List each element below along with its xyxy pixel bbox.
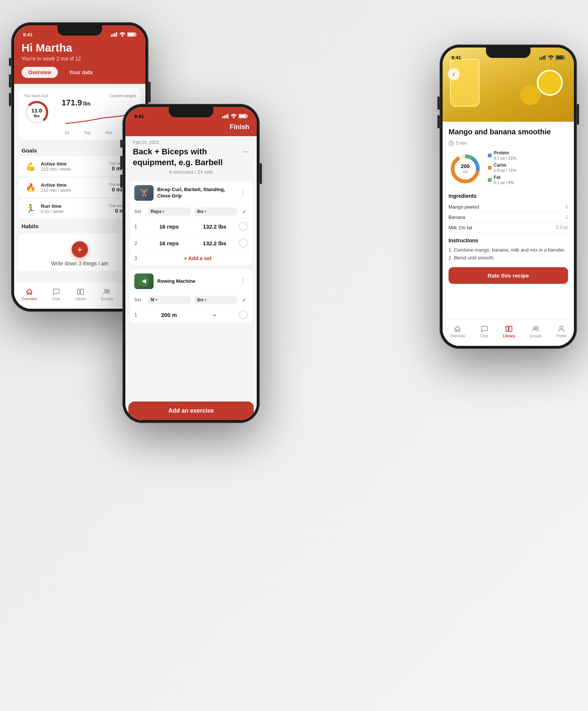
carbs-value: 1.8 oz / 71%: [494, 168, 516, 173]
fat-name: Fat: [494, 175, 500, 180]
svg-point-49: [560, 326, 563, 329]
nav-library[interactable]: Library: [75, 287, 86, 301]
set-circle-1-2[interactable]: [239, 239, 248, 248]
exercise-1: 🏋️ Bicep Curl, Barbell, Standing, Close …: [130, 181, 252, 265]
weight-dropdown-2[interactable]: lbs ▾: [194, 296, 237, 304]
svg-point-13: [105, 289, 107, 292]
nav-overview[interactable]: Overview: [22, 287, 37, 301]
nav-groups[interactable]: Groups: [101, 287, 113, 301]
silent-switch[interactable]: [9, 58, 11, 66]
nav-overview-3[interactable]: Overview: [450, 324, 465, 338]
tab-your-data[interactable]: Your data: [62, 67, 99, 78]
add-exercise-button[interactable]: Add an exercise: [128, 402, 254, 420]
set-weight-1-2: 132.2 lbs: [193, 240, 236, 246]
set-row-1-2: 2 16 reps 132.2 lbs: [130, 235, 252, 252]
phone2-screen: 9:41 Finish Feb 16, 2022 Back + Biceps w…: [125, 107, 257, 420]
set-num-2-1: 1: [134, 312, 145, 318]
menu-icon[interactable]: [239, 148, 249, 157]
exercise-more-btn-1[interactable]: ⋮: [238, 187, 248, 199]
rate-recipe-button[interactable]: Rate this recipe: [449, 267, 568, 284]
reps-dropdown-arrow: ▾: [162, 210, 164, 213]
nav-chat[interactable]: Chat: [52, 287, 60, 301]
goal-name-1: Active time: [41, 161, 105, 167]
month-jul: Jul: [65, 131, 69, 135]
reps-label: Reps: [151, 209, 161, 214]
nav-chat-3[interactable]: Chat: [480, 324, 489, 338]
finish-button[interactable]: Finish: [230, 123, 249, 131]
svg-rect-33: [545, 55, 546, 60]
weight-label: lbs: [197, 209, 203, 214]
greeting-text: Hi Martha: [22, 42, 138, 54]
reps-dropdown-arrow-2: ▾: [155, 298, 157, 302]
exercise-2: Rowing Machine ⋮ Set M ▾: [130, 269, 252, 323]
nav-profile-3[interactable]: Profile: [556, 324, 566, 338]
volume-up-button[interactable]: [9, 74, 11, 88]
set-circle-2-1[interactable]: [239, 310, 248, 319]
smoothie-glass: [450, 59, 480, 107]
macros-list: Protein 0.7 oz / 21% Carbs 1.8 oz / 71%: [488, 150, 568, 187]
svg-point-4: [122, 35, 123, 37]
nav-chat-label-3: Chat: [480, 334, 488, 338]
lost-unit: lbs: [34, 114, 40, 118]
carbs-dot: [488, 166, 492, 170]
svg-rect-2: [114, 33, 115, 37]
set-weight-1-1: 132.2 lbs: [193, 223, 236, 230]
power-button[interactable]: [148, 82, 151, 102]
svg-rect-30: [539, 58, 541, 60]
lost-label: You have lost: [24, 94, 53, 98]
current-weight-value: 171.9: [62, 98, 82, 108]
fat-label: Fat 0.1 oz / 8%: [494, 175, 514, 185]
goal-emoji-2: 🔥: [24, 183, 37, 193]
wifi-icon-3: [548, 55, 554, 60]
back-button[interactable]: ‹: [448, 68, 460, 80]
fat-dot: [488, 178, 492, 182]
svg-point-47: [533, 327, 536, 329]
tab-overview[interactable]: Overview: [22, 67, 58, 78]
svg-rect-11: [78, 289, 80, 294]
goal-sub-2: 210 min / week: [41, 188, 105, 193]
ingredient-1: Mango peeled 1: [449, 202, 568, 212]
power-button-3[interactable]: [577, 104, 579, 125]
current-weight-label: Current weight: [62, 94, 136, 98]
nutrition-section: 200 cal Protein 0.7 oz / 21%: [449, 150, 568, 187]
nav-library-3[interactable]: Library: [503, 324, 515, 338]
notch: [58, 25, 102, 36]
set-circle-1-1[interactable]: [239, 222, 248, 231]
set-weight-2-1: –: [193, 312, 236, 318]
goal-sub-3: 0 mi / week: [41, 209, 105, 214]
weight-lost-section: You have lost 11.0: [24, 94, 53, 125]
library-icon-3: [505, 324, 513, 333]
weight-dropdown[interactable]: lbs ▾: [194, 207, 237, 216]
volume-down-button-2[interactable]: [120, 174, 122, 188]
volume-down-button-3[interactable]: [437, 115, 440, 128]
phone-workout: 9:41 Finish Feb 16, 2022 Back + Biceps w…: [122, 104, 260, 423]
signal-icon: [111, 32, 118, 37]
add-set-btn-1[interactable]: + Add a set: [148, 255, 248, 261]
set-num-1-1: 1: [134, 223, 145, 229]
macro-carbs: Carbs 1.8 oz / 71%: [488, 163, 568, 173]
svg-rect-37: [564, 57, 565, 58]
add-habit-button[interactable]: +: [72, 241, 88, 258]
goal-info-2: Active time 210 min / week: [41, 182, 105, 193]
instructions-text: 1. Combine mango, banana, milk and mix i…: [449, 246, 568, 262]
macro-fat: Fat 0.1 oz / 8%: [488, 175, 568, 185]
groups-icon-3: [531, 324, 540, 333]
ingredient-name-2: Banana: [449, 214, 465, 220]
chat-icon-3: [480, 324, 489, 333]
silent-switch-2[interactable]: [120, 140, 122, 148]
volume-up-button-2[interactable]: [120, 156, 122, 169]
nav-groups-label: Groups: [101, 297, 113, 301]
ingredient-amount-3: 3.3 oz: [556, 225, 568, 230]
volume-up-button-3[interactable]: [437, 96, 440, 110]
reps-dropdown[interactable]: Reps ▾: [148, 207, 191, 216]
svg-rect-23: [247, 115, 248, 117]
power-button-2[interactable]: [260, 163, 262, 184]
svg-rect-12: [81, 289, 83, 294]
phone2-content: Feb 16, 2022 Back + Biceps with equipmen…: [125, 136, 257, 420]
exercise-more-btn-2[interactable]: ⋮: [238, 276, 248, 287]
goal-info-1: Active time 210 min / week: [41, 161, 105, 172]
volume-down-button[interactable]: [9, 93, 11, 106]
nav-groups-3[interactable]: Groups: [530, 324, 542, 338]
ingredient-name-3: Milk 1% fat: [449, 225, 472, 230]
reps-dropdown-2[interactable]: M ▾: [148, 296, 191, 304]
